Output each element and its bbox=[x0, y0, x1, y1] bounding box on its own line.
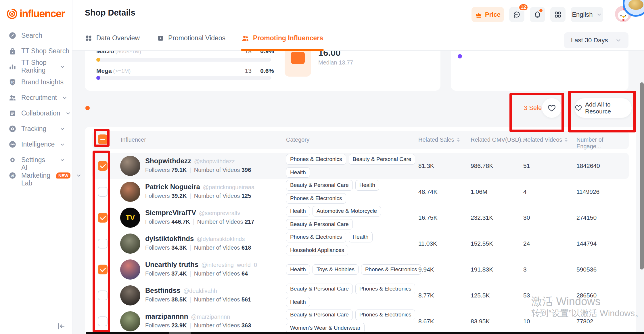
vertical-scrollbar[interactable] bbox=[640, 82, 644, 270]
category-tag: Beauty & Personal Care bbox=[286, 180, 353, 191]
influencer-name[interactable]: Bestfindss bbox=[145, 286, 181, 294]
influencer-stats: Followers 39.2K|Number of Videos 125 bbox=[145, 193, 251, 199]
row-checkbox[interactable] bbox=[98, 265, 108, 274]
avatar[interactable] bbox=[120, 234, 140, 254]
bar-chart-icon bbox=[9, 63, 16, 71]
category-tag: Beauty & Personal Care bbox=[286, 284, 353, 294]
sidebar-item-label: Search bbox=[21, 32, 42, 39]
brand-logo[interactable]: influencer bbox=[6, 7, 65, 20]
column-header-category: Category bbox=[286, 136, 309, 143]
period-filter-dropdown[interactable]: Last 30 Days bbox=[564, 32, 628, 48]
avatar[interactable] bbox=[120, 311, 140, 331]
price-button[interactable]: Price bbox=[471, 7, 504, 22]
document-icon bbox=[9, 109, 16, 117]
shield-r-icon bbox=[9, 78, 16, 86]
related-videos-value: 4 bbox=[523, 188, 527, 195]
tab-promoting-influencers[interactable]: Promoting Influencers bbox=[241, 26, 323, 50]
chevron-down-icon bbox=[60, 64, 65, 69]
sidebar-item-collaboration[interactable]: Collaboration bbox=[0, 105, 72, 121]
tier-row-mega: Mega (>=1M) 13 0.6% bbox=[96, 67, 286, 75]
sidebar-item-tracking[interactable]: Tracking bbox=[0, 121, 72, 136]
tier-row-macro: Macro (500K-1M) 18 0.9% bbox=[96, 51, 286, 56]
related-sales-value: 9.94K bbox=[418, 266, 434, 273]
follower-tier-card: Macro (500K-1M) 18 0.9% Mega (>=1M) 13 0… bbox=[85, 51, 440, 91]
category-tags: HealthToys & HobbiesPhones & Electronics bbox=[286, 257, 421, 282]
sidebar-item-intelligence[interactable]: Intelligence bbox=[0, 136, 72, 152]
row-checkbox[interactable] bbox=[98, 291, 108, 300]
sort-icon[interactable] bbox=[457, 138, 460, 142]
windows-activation-watermark-subtext: 转到“设置”以激活 Windows。 bbox=[531, 308, 643, 319]
sidebar-item-label: Intelligence bbox=[21, 141, 55, 148]
sidebar-item-tt-shop-ranking[interactable]: TT Shop Ranking bbox=[0, 59, 72, 74]
price-button-label: Price bbox=[485, 11, 501, 18]
tier-range: (>=1M) bbox=[113, 68, 131, 74]
influencer-name[interactable]: Shopwithdezz bbox=[145, 157, 191, 165]
tab-data-overview[interactable]: Data Overview bbox=[85, 26, 140, 50]
notifications-button[interactable] bbox=[530, 7, 545, 22]
influencer-name[interactable]: marzipannnn bbox=[145, 312, 188, 320]
influencer-handle: @patricknogueiraaa bbox=[203, 184, 254, 190]
sidebar-item-ai-marketing-lab[interactable]: AI Marketing LabNEW bbox=[0, 168, 72, 183]
tier-count: 13 bbox=[239, 67, 252, 74]
taskbar-segment bbox=[169, 332, 191, 334]
related-sales-value: 16.75K bbox=[418, 214, 438, 221]
engagement-value: 274150 bbox=[576, 214, 597, 221]
sidebar-item-label: Recruitment bbox=[21, 94, 57, 102]
sidebar-item-brand-insights[interactable]: Brand Insights bbox=[0, 74, 72, 90]
sidebar-collapse-button[interactable] bbox=[57, 322, 66, 331]
tab-label: Promoting Influencers bbox=[253, 34, 323, 42]
avatar[interactable] bbox=[120, 156, 140, 176]
influencer-name[interactable]: Patrick Nogueira bbox=[145, 183, 200, 191]
favorite-selected-button[interactable] bbox=[542, 98, 561, 118]
influencer-name[interactable]: Unearthly truths bbox=[145, 261, 198, 268]
category-tag: Beauty & Personal Care bbox=[286, 310, 353, 320]
sort-icon[interactable] bbox=[565, 138, 568, 142]
messages-button[interactable]: 12 bbox=[509, 7, 524, 22]
row-checkbox[interactable] bbox=[98, 316, 108, 326]
sidebar-item-tt-shop-search[interactable]: TT Shop Search bbox=[0, 43, 72, 59]
sidebar-item-search[interactable]: Search bbox=[0, 28, 72, 43]
engagement-value: 1149926 bbox=[576, 188, 599, 195]
category-tag: Health bbox=[349, 232, 373, 242]
category-tag: Phones & Electronics bbox=[355, 284, 415, 294]
select-all-checkbox[interactable] bbox=[98, 134, 108, 144]
compass-icon bbox=[9, 32, 16, 39]
table-header-row: Influencer Category Related Sales Relate… bbox=[92, 131, 629, 149]
category-tag: Health bbox=[286, 264, 310, 275]
add-all-to-resource-button[interactable]: Add All to Resource bbox=[575, 98, 632, 118]
influencer-handle: @interesting_world_0 bbox=[201, 262, 257, 268]
row-checkbox[interactable] bbox=[98, 161, 108, 171]
tab-promotional-videos[interactable]: Promotional Videos bbox=[157, 26, 225, 50]
avatar[interactable] bbox=[120, 259, 140, 280]
apps-grid-button[interactable] bbox=[550, 7, 566, 22]
influencer-name[interactable]: SiempreViralTV bbox=[145, 209, 196, 217]
crown-icon bbox=[475, 11, 482, 18]
avatar[interactable] bbox=[120, 182, 140, 202]
avatar[interactable] bbox=[120, 285, 140, 305]
row-checkbox[interactable] bbox=[98, 213, 108, 223]
people-icon bbox=[241, 34, 249, 42]
column-header-related-sales[interactable]: Related Sales bbox=[418, 136, 460, 143]
sidebar-item-recruitment[interactable]: Recruitment bbox=[0, 90, 72, 105]
column-header-related-gmv[interactable]: Related GMV(USD).. bbox=[471, 136, 528, 143]
related-videos-value: 3 bbox=[523, 266, 527, 273]
tier-range: (500K-1M) bbox=[115, 51, 141, 54]
table-row: Unearthly truths@interesting_world_0 Fol… bbox=[92, 257, 629, 282]
influencer-name[interactable]: dylstiktokfinds bbox=[145, 235, 194, 242]
row-checkbox[interactable] bbox=[98, 239, 108, 248]
avatar[interactable]: TV bbox=[120, 208, 140, 228]
chevron-down-icon bbox=[76, 172, 82, 178]
category-tag: Beauty & Personal Care bbox=[349, 154, 415, 165]
tab-label: Data Overview bbox=[96, 34, 140, 42]
row-checkbox[interactable] bbox=[98, 187, 108, 197]
column-header-related-videos[interactable]: Related Videos bbox=[523, 136, 568, 143]
influencer-stats: Followers 79.1K|Number of Videos 396 bbox=[145, 167, 251, 173]
period-filter-value: Last 30 Days bbox=[571, 37, 608, 44]
influencer-handle: @dylanstiktokfinds bbox=[197, 236, 245, 242]
chevron-down-icon bbox=[615, 37, 622, 43]
chevron-down-icon bbox=[62, 95, 68, 100]
category-tag: Phones & Electronics bbox=[286, 232, 346, 242]
pulse-icon bbox=[9, 141, 16, 148]
language-selector[interactable]: English bbox=[571, 7, 603, 22]
category-tags: Beauty & Personal CareHealthPhones & Ele… bbox=[286, 179, 421, 205]
